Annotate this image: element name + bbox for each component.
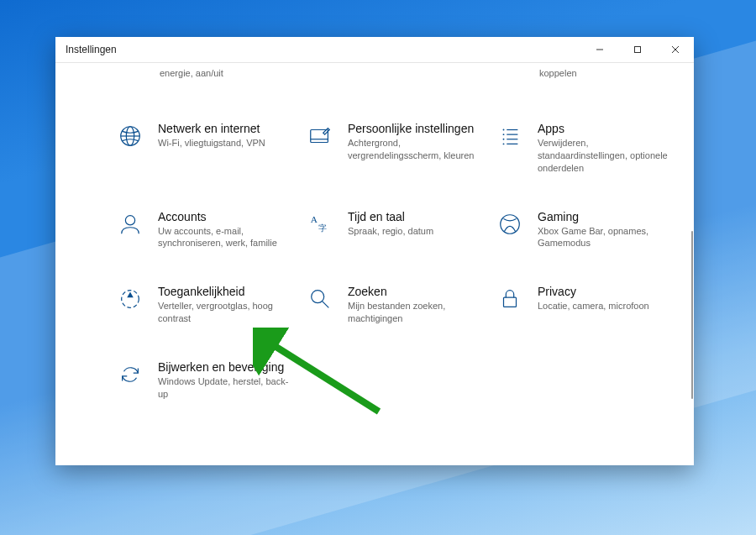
tile-privacy-title: Privacy: [538, 285, 649, 298]
settings-window: Instellingen energie, aan/uit koppelen: [55, 37, 694, 465]
scrollbar-thumb[interactable]: [691, 231, 693, 399]
time-language-icon: A字: [306, 210, 334, 239]
svg-point-22: [312, 291, 324, 303]
globe-icon: [116, 122, 144, 150]
tile-time-title: Tijd en taal: [348, 210, 433, 223]
window-controls: [580, 37, 694, 62]
desktop-background: Instellingen energie, aan/uit koppelen: [0, 0, 756, 535]
svg-rect-7: [311, 130, 328, 143]
tile-accessibility-title: Toegankelijkheid: [158, 285, 289, 298]
tile-search[interactable]: Zoeken Mijn bestanden zoeken, machtiging…: [306, 285, 479, 325]
tile-apps-sub: Verwijderen, standaardinstellingen, opti…: [538, 137, 669, 175]
partial-empty: [306, 68, 479, 78]
svg-text:A: A: [311, 214, 318, 224]
tile-accounts-sub: Uw accounts, e-mail, synchroniseren, wer…: [158, 225, 289, 250]
window-titlebar: Instellingen: [55, 37, 694, 63]
tile-update-sub: Windows Update, herstel, back-up: [158, 375, 289, 401]
partial-system-sub: energie, aan/uit: [116, 68, 289, 78]
lock-icon: [496, 285, 524, 313]
apps-list-icon: [496, 122, 524, 150]
personalization-icon: [306, 122, 334, 150]
partial-row: energie, aan/uit koppelen: [116, 68, 669, 78]
tile-privacy[interactable]: Privacy Locatie, camera, microfoon: [496, 285, 669, 325]
maximize-button[interactable]: [618, 37, 656, 62]
tile-gaming-title: Gaming: [538, 210, 669, 223]
tile-update[interactable]: Bijwerken en beveiliging Windows Update,…: [116, 360, 289, 401]
tile-personalization-sub: Achtergrond, vergrendelingsscherm, kleur…: [348, 137, 479, 162]
tile-network-title: Netwerk en internet: [158, 122, 265, 135]
tile-apps[interactable]: Apps Verwijderen, standaardinstellingen,…: [496, 122, 669, 175]
tile-time-sub: Spraak, regio, datum: [348, 225, 433, 238]
search-icon: [306, 285, 334, 313]
svg-text:字: 字: [318, 223, 327, 233]
scrollbar[interactable]: [691, 88, 693, 440]
tile-accounts[interactable]: Accounts Uw accounts, e-mail, synchronis…: [116, 210, 289, 250]
tile-personalization-title: Persoonlijke instellingen: [348, 122, 479, 135]
tile-apps-title: Apps: [538, 122, 669, 135]
minimize-button[interactable]: [580, 37, 618, 62]
tile-update-title: Bijwerken en beveiliging: [158, 360, 289, 374]
tile-personalization[interactable]: Persoonlijke instellingen Achtergrond, v…: [306, 122, 479, 175]
svg-point-17: [125, 215, 134, 224]
tile-network-sub: Wi-Fi, vliegtuigstand, VPN: [158, 137, 265, 149]
tile-gaming[interactable]: Gaming Xbox Game Bar, opnames, Gamemodus: [496, 210, 669, 250]
tile-gaming-sub: Xbox Game Bar, opnames, Gamemodus: [538, 225, 669, 250]
tile-search-title: Zoeken: [348, 285, 479, 298]
sync-icon: [116, 360, 144, 389]
svg-rect-24: [504, 297, 517, 307]
accessibility-icon: [116, 285, 144, 313]
tile-accessibility[interactable]: Toegankelijkheid Verteller, vergrootglas…: [116, 285, 289, 325]
svg-point-20: [501, 214, 520, 233]
partial-devices-sub: koppelen: [496, 68, 669, 78]
settings-grid: Netwerk en internet Wi-Fi, vliegtuigstan…: [116, 122, 669, 401]
person-icon: [116, 210, 144, 239]
tile-accessibility-sub: Verteller, vergrootglas, hoog contrast: [158, 300, 289, 325]
tile-time-language[interactable]: A字 Tijd en taal Spraak, regio, datum: [306, 210, 479, 250]
tile-network[interactable]: Netwerk en internet Wi-Fi, vliegtuigstan…: [116, 122, 289, 175]
xbox-icon: [496, 210, 524, 239]
tile-search-sub: Mijn bestanden zoeken, machtigingen: [348, 300, 479, 325]
close-button[interactable]: [656, 37, 694, 62]
tile-privacy-sub: Locatie, camera, microfoon: [538, 300, 649, 312]
tile-accounts-title: Accounts: [158, 210, 289, 223]
svg-rect-1: [634, 47, 640, 53]
window-title: Instellingen: [55, 44, 117, 55]
settings-body: energie, aan/uit koppelen Netwerk en int…: [55, 63, 694, 465]
svg-line-23: [323, 302, 329, 308]
